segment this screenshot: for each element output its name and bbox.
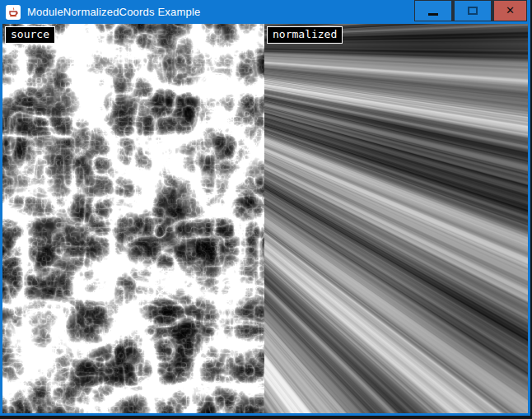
maximize-icon	[468, 7, 478, 15]
normalized-image	[264, 24, 528, 413]
app-window: ModuleNormalizedCoords Example ✕ source	[0, 0, 530, 416]
content-area: source normalized	[2, 24, 528, 413]
titlebar[interactable]: ModuleNormalizedCoords Example ✕	[0, 0, 530, 24]
minimize-icon	[428, 13, 438, 16]
normalized-panel: normalized	[264, 24, 528, 413]
normalized-label: normalized	[267, 26, 343, 44]
window-title: ModuleNormalizedCoords Example	[27, 6, 200, 18]
close-button[interactable]: ✕	[493, 0, 527, 21]
source-panel: source	[2, 24, 264, 413]
desktop-background: ModuleNormalizedCoords Example ✕ source	[0, 0, 532, 419]
java-coffee-cup-glyph	[7, 7, 19, 18]
java-coffee-cup-icon	[6, 5, 21, 20]
minimize-button[interactable]	[414, 0, 452, 21]
source-label: source	[5, 26, 55, 44]
close-icon: ✕	[506, 5, 515, 16]
maximize-button[interactable]	[454, 0, 492, 21]
window-controls: ✕	[414, 0, 527, 21]
source-image	[2, 24, 264, 413]
